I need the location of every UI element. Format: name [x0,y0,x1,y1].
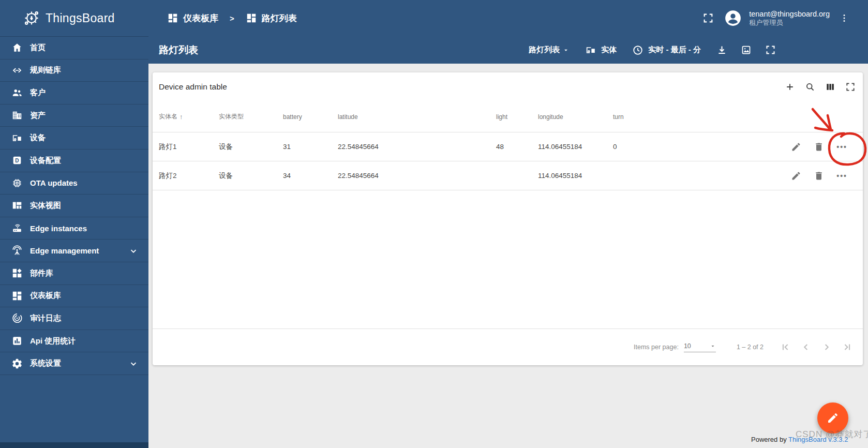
sidebar-item-rule-chains[interactable]: 规则链库 [0,59,148,82]
toolbar-fullscreen-button[interactable] [765,44,776,55]
sidebar-item-device-profiles[interactable]: D 设备配置 [0,150,148,172]
more-actions-icon: ••• [836,143,847,151]
cell-entity-name: 路灯2 [159,171,219,181]
items-per-page-select[interactable]: 10 [684,342,716,352]
breadcrumb-separator: > [230,14,234,23]
view-columns-icon [825,82,835,92]
dashboard-state-selector[interactable]: 路灯列表 [529,45,570,55]
user-menu-button[interactable] [724,9,742,27]
user-email: tenant@thingsboard.org [749,9,830,19]
pencil-icon [791,171,801,181]
entities-table-widget: Device admin table 实体名 ↑ [153,72,863,365]
sidebar-item-edge-management[interactable]: Edge management [0,240,148,262]
thingsboard-logo-icon [23,9,40,27]
svg-text:D: D [15,158,19,163]
sidebar-item-api-usage[interactable]: Api 使用统计 [0,330,148,353]
app-title: ThingsBoard [46,11,115,25]
page-title: 路灯列表 [159,43,198,57]
search-button[interactable] [805,82,815,92]
dashboard-image-button[interactable] [741,44,752,55]
column-header-entity-type[interactable]: 实体类型 [219,112,283,121]
avatar [724,9,742,27]
items-per-page-label: Items per page: [634,344,679,351]
audit-logs-icon [11,312,30,324]
delete-row-button[interactable] [814,171,824,181]
edge-instances-icon [11,222,30,234]
entity-views-icon [11,200,30,211]
sidebar: ThingsBoard 首页 规则链库 客户 资产 设备 D 设备配置 [0,0,148,448]
sidebar-item-customers[interactable]: 客户 [0,82,148,104]
api-usage-icon [11,335,30,347]
thingsboard-logo[interactable]: ThingsBoard [0,0,148,36]
breadcrumb: 仪表板库 > 路灯列表 [167,12,297,24]
dashboards-icon [11,290,30,302]
widget-fullscreen-button[interactable] [845,82,856,92]
last-page-button[interactable] [837,337,858,357]
chevron-down-icon [129,246,138,256]
cell-entity-type: 设备 [219,171,283,181]
column-header-battery[interactable]: battery [283,113,338,121]
sidebar-item-audit-logs[interactable]: 审计日志 [0,307,148,330]
entity-select-button[interactable]: 实体 [585,44,617,56]
first-page-button[interactable] [775,337,796,357]
sidebar-item-ota-updates[interactable]: OTA updates [0,172,148,195]
edge-management-icon [11,245,30,257]
add-entity-button[interactable] [785,82,795,92]
sidebar-item-dashboards[interactable]: 仪表板库 [0,285,148,308]
dashboard-content: Device admin table 实体名 ↑ [148,64,868,448]
fullscreen-icon [765,44,776,55]
dashboards-icon [246,12,257,24]
user-role: 租户管理员 [749,19,830,27]
sidebar-item-edge-instances[interactable]: Edge instances [0,217,148,240]
trash-icon [814,142,824,152]
column-header-entity-name[interactable]: 实体名 ↑ [159,112,219,121]
breadcrumb-dashboards[interactable]: 仪表板库 [167,12,218,24]
widgets-icon [11,267,30,279]
top-header: 仪表板库 > 路灯列表 tenant@thingsboard.org 租户管理员 [148,0,868,36]
cell-turn: 0 [613,143,691,151]
sidebar-item-assets[interactable]: 资产 [0,104,148,127]
page-range-label: 1 – 2 of 2 [737,344,764,351]
search-icon [805,82,815,92]
table-row[interactable]: 路灯2 设备 34 22.54845664 114.06455184 ••• [153,161,863,190]
export-button[interactable] [716,44,727,55]
column-header-light[interactable]: light [496,113,538,121]
edit-row-button[interactable] [791,142,801,152]
more-actions-button[interactable]: ••• [836,143,847,151]
delete-row-button[interactable] [814,142,824,152]
caret-down-icon [562,47,570,54]
sidebar-item-entity-views[interactable]: 实体视图 [0,195,148,217]
sidebar-item-home[interactable]: 首页 [0,37,148,59]
cell-longitude: 114.06455184 [538,143,613,151]
home-icon [11,42,30,53]
column-header-latitude[interactable]: latitude [338,113,496,121]
more-actions-icon: ••• [836,172,847,180]
edit-row-button[interactable] [791,171,801,181]
more-menu-button[interactable] [839,13,849,23]
next-page-button[interactable] [816,337,837,357]
csdn-watermark: CSDN @莽就对了 [796,428,868,440]
pencil-icon [791,142,801,152]
image-icon [741,44,752,55]
customers-icon [11,87,30,98]
timewindow-button[interactable]: 实时 - 最后 - 分 [632,44,701,56]
table-header-row: 实体名 ↑ 实体类型 battery latitude light longit… [153,101,863,132]
assets-icon [11,110,30,121]
previous-page-button[interactable] [796,337,816,357]
cell-entity-type: 设备 [219,142,283,152]
ota-updates-icon [11,177,30,189]
sidebar-item-system-settings[interactable]: 系统设置 [0,352,148,375]
more-actions-button[interactable]: ••• [836,172,847,180]
dashboards-icon [167,12,178,24]
columns-button[interactable] [825,82,835,92]
sidebar-item-widgets-library[interactable]: 部件库 [0,262,148,285]
trash-icon [814,171,824,181]
user-info[interactable]: tenant@thingsboard.org 租户管理员 [749,9,830,27]
column-header-longitude[interactable]: longitude [538,113,613,121]
column-header-turn[interactable]: turn [613,113,691,121]
sidebar-menu: 首页 规则链库 客户 资产 设备 D 设备配置 OTA updates [0,36,148,375]
breadcrumb-current-dashboard[interactable]: 路灯列表 [246,12,297,24]
table-row[interactable]: 路灯1 设备 31 22.54845664 48 114.06455184 0 … [153,132,863,161]
sidebar-item-devices[interactable]: 设备 [0,127,148,150]
fullscreen-button[interactable] [702,12,714,24]
